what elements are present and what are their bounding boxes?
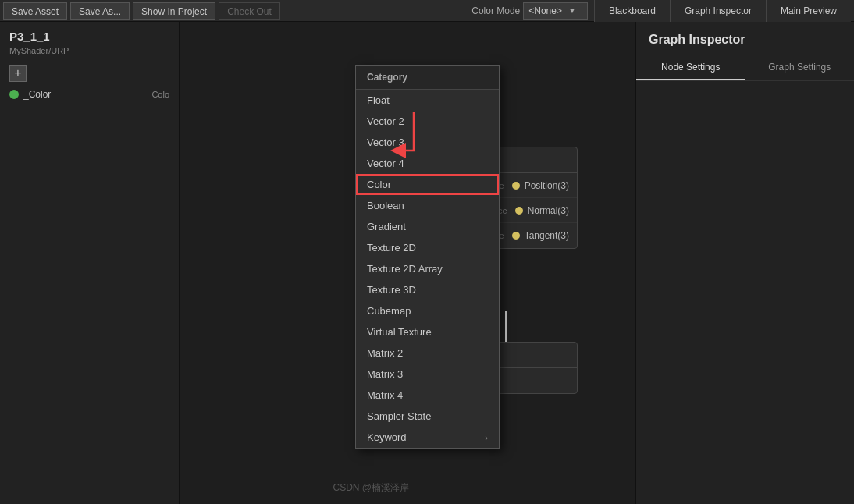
dropdown-header: Category <box>356 66 499 90</box>
asset-title: P3_1_1 <box>0 22 179 46</box>
dropdown-item-gradient[interactable]: Gradient <box>356 216 499 237</box>
show-in-project-button[interactable]: Show In Project <box>133 2 215 20</box>
dropdown-item-matrix-4[interactable]: Matrix 4 <box>356 385 499 406</box>
dropdown-item-cubemap[interactable]: Cubemap <box>356 300 499 321</box>
right-content <box>636 81 854 504</box>
center-canvas[interactable]: Category FloatVector 2Vector 3Vector 4Co… <box>180 22 635 504</box>
property-color-dot <box>9 90 19 99</box>
vertex-tangent-port <box>512 232 520 240</box>
tab-blackboard[interactable]: Blackboard <box>594 0 670 22</box>
dropdown-item-texture-2d[interactable]: Texture 2D <box>356 237 499 258</box>
color-mode-group: Color Mode <None> ▼ <box>471 2 588 20</box>
asset-path: MyShader/URP <box>0 46 179 62</box>
vertex-normal-port <box>515 207 523 215</box>
save-as-button[interactable]: Save As... <box>70 2 130 20</box>
dropdown-item-sampler-state[interactable]: Sampler State <box>356 406 499 427</box>
tab-graph-settings[interactable]: Graph Settings <box>745 55 855 80</box>
property-item: _Color Colo <box>0 85 179 104</box>
dropdown-item-texture-2d-array[interactable]: Texture 2D Array <box>356 258 499 279</box>
left-panel: P3_1_1 MyShader/URP + _Color Colo <box>0 22 180 504</box>
dropdown-item-texture-3d[interactable]: Texture 3D <box>356 279 499 300</box>
dropdown-item-virtual-texture[interactable]: Virtual Texture <box>356 321 499 343</box>
vertex-tangent-label: Tangent(3) <box>525 230 569 241</box>
dropdown-item-color[interactable]: Color <box>356 174 499 195</box>
dropdown-item-matrix-2[interactable]: Matrix 2 <box>356 343 499 364</box>
right-panel: Graph Inspector Node Settings Graph Sett… <box>635 22 854 504</box>
watermark: CSDN @楠溪泽岸 <box>333 481 409 495</box>
vertex-normal-label: Normal(3) <box>528 205 569 216</box>
vertex-position-port <box>512 182 520 190</box>
tab-node-settings[interactable]: Node Settings <box>636 55 745 80</box>
right-panel-title: Graph Inspector <box>636 22 854 55</box>
color-mode-select[interactable]: <None> ▼ <box>523 2 588 20</box>
tab-graph-inspector[interactable]: Graph Inspector <box>670 0 766 22</box>
save-asset-button[interactable]: Save Asset <box>3 2 67 20</box>
color-mode-label: Color Mode <box>471 5 520 16</box>
arrow-indicator <box>390 108 437 172</box>
property-name: _Color <box>23 89 51 100</box>
add-property-button[interactable]: + <box>9 65 27 82</box>
submenu-arrow-icon: › <box>485 433 488 442</box>
toolbar: Save Asset Save As... Show In Project Ch… <box>0 0 854 22</box>
check-out-button[interactable]: Check Out <box>219 2 280 20</box>
top-tab-group: Blackboard Graph Inspector Main Preview <box>594 0 851 22</box>
main-layout: P3_1_1 MyShader/URP + _Color Colo Catego… <box>0 22 854 504</box>
dropdown-item-boolean[interactable]: Boolean <box>356 195 499 216</box>
tab-main-preview[interactable]: Main Preview <box>766 0 851 22</box>
dropdown-item-matrix-3[interactable]: Matrix 3 <box>356 364 499 385</box>
right-tabs: Node Settings Graph Settings <box>636 55 854 81</box>
vertex-position-label: Position(3) <box>525 180 569 191</box>
add-property-row: + <box>0 62 179 85</box>
property-type: Colo <box>151 90 169 99</box>
color-mode-value: <None> <box>528 5 562 16</box>
dropdown-item-keyword[interactable]: Keyword› <box>356 427 499 448</box>
color-mode-dropdown-arrow: ▼ <box>568 6 576 15</box>
